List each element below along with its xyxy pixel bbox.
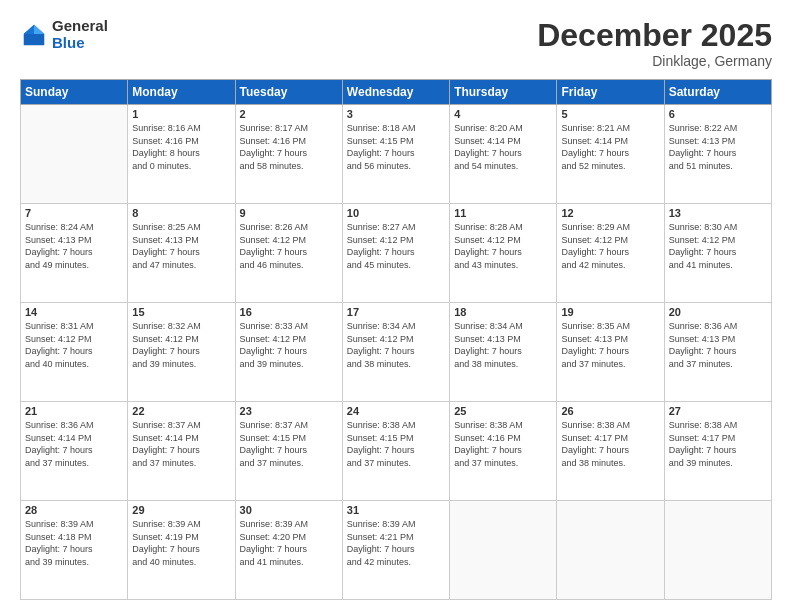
table-row	[557, 501, 664, 600]
day-info: Sunrise: 8:34 AM Sunset: 4:13 PM Dayligh…	[454, 320, 552, 370]
day-info: Sunrise: 8:28 AM Sunset: 4:12 PM Dayligh…	[454, 221, 552, 271]
table-row: 22Sunrise: 8:37 AM Sunset: 4:14 PM Dayli…	[128, 402, 235, 501]
day-info: Sunrise: 8:37 AM Sunset: 4:15 PM Dayligh…	[240, 419, 338, 469]
calendar-week-row: 7Sunrise: 8:24 AM Sunset: 4:13 PM Daylig…	[21, 204, 772, 303]
day-info: Sunrise: 8:36 AM Sunset: 4:13 PM Dayligh…	[669, 320, 767, 370]
table-row: 10Sunrise: 8:27 AM Sunset: 4:12 PM Dayli…	[342, 204, 449, 303]
logo-blue-text: Blue	[52, 35, 108, 52]
table-row: 8Sunrise: 8:25 AM Sunset: 4:13 PM Daylig…	[128, 204, 235, 303]
table-row: 30Sunrise: 8:39 AM Sunset: 4:20 PM Dayli…	[235, 501, 342, 600]
calendar-week-row: 14Sunrise: 8:31 AM Sunset: 4:12 PM Dayli…	[21, 303, 772, 402]
table-row: 23Sunrise: 8:37 AM Sunset: 4:15 PM Dayli…	[235, 402, 342, 501]
table-row: 18Sunrise: 8:34 AM Sunset: 4:13 PM Dayli…	[450, 303, 557, 402]
day-info: Sunrise: 8:17 AM Sunset: 4:16 PM Dayligh…	[240, 122, 338, 172]
table-row: 2Sunrise: 8:17 AM Sunset: 4:16 PM Daylig…	[235, 105, 342, 204]
table-row: 5Sunrise: 8:21 AM Sunset: 4:14 PM Daylig…	[557, 105, 664, 204]
calendar-table: Sunday Monday Tuesday Wednesday Thursday…	[20, 79, 772, 600]
table-row: 12Sunrise: 8:29 AM Sunset: 4:12 PM Dayli…	[557, 204, 664, 303]
table-row: 20Sunrise: 8:36 AM Sunset: 4:13 PM Dayli…	[664, 303, 771, 402]
day-number: 6	[669, 108, 767, 120]
day-number: 1	[132, 108, 230, 120]
table-row: 11Sunrise: 8:28 AM Sunset: 4:12 PM Dayli…	[450, 204, 557, 303]
svg-marker-2	[24, 24, 34, 33]
day-number: 24	[347, 405, 445, 417]
logo: General Blue	[20, 18, 108, 51]
day-number: 26	[561, 405, 659, 417]
day-number: 14	[25, 306, 123, 318]
day-number: 13	[669, 207, 767, 219]
day-number: 31	[347, 504, 445, 516]
day-number: 11	[454, 207, 552, 219]
day-number: 5	[561, 108, 659, 120]
day-info: Sunrise: 8:26 AM Sunset: 4:12 PM Dayligh…	[240, 221, 338, 271]
day-info: Sunrise: 8:38 AM Sunset: 4:17 PM Dayligh…	[669, 419, 767, 469]
day-number: 15	[132, 306, 230, 318]
day-info: Sunrise: 8:38 AM Sunset: 4:17 PM Dayligh…	[561, 419, 659, 469]
day-number: 22	[132, 405, 230, 417]
day-number: 21	[25, 405, 123, 417]
table-row: 3Sunrise: 8:18 AM Sunset: 4:15 PM Daylig…	[342, 105, 449, 204]
table-row: 17Sunrise: 8:34 AM Sunset: 4:12 PM Dayli…	[342, 303, 449, 402]
calendar-header-row: Sunday Monday Tuesday Wednesday Thursday…	[21, 80, 772, 105]
day-number: 8	[132, 207, 230, 219]
day-info: Sunrise: 8:38 AM Sunset: 4:15 PM Dayligh…	[347, 419, 445, 469]
day-info: Sunrise: 8:38 AM Sunset: 4:16 PM Dayligh…	[454, 419, 552, 469]
col-sunday: Sunday	[21, 80, 128, 105]
location-subtitle: Dinklage, Germany	[537, 53, 772, 69]
table-row: 6Sunrise: 8:22 AM Sunset: 4:13 PM Daylig…	[664, 105, 771, 204]
day-info: Sunrise: 8:39 AM Sunset: 4:19 PM Dayligh…	[132, 518, 230, 568]
day-info: Sunrise: 8:21 AM Sunset: 4:14 PM Dayligh…	[561, 122, 659, 172]
table-row: 9Sunrise: 8:26 AM Sunset: 4:12 PM Daylig…	[235, 204, 342, 303]
table-row: 29Sunrise: 8:39 AM Sunset: 4:19 PM Dayli…	[128, 501, 235, 600]
day-number: 30	[240, 504, 338, 516]
col-tuesday: Tuesday	[235, 80, 342, 105]
logo-general-text: General	[52, 18, 108, 35]
table-row: 7Sunrise: 8:24 AM Sunset: 4:13 PM Daylig…	[21, 204, 128, 303]
day-number: 18	[454, 306, 552, 318]
day-number: 3	[347, 108, 445, 120]
col-saturday: Saturday	[664, 80, 771, 105]
header: General Blue December 2025 Dinklage, Ger…	[20, 18, 772, 69]
day-number: 2	[240, 108, 338, 120]
day-info: Sunrise: 8:30 AM Sunset: 4:12 PM Dayligh…	[669, 221, 767, 271]
day-info: Sunrise: 8:25 AM Sunset: 4:13 PM Dayligh…	[132, 221, 230, 271]
table-row	[664, 501, 771, 600]
day-number: 16	[240, 306, 338, 318]
month-title: December 2025	[537, 18, 772, 53]
svg-marker-1	[34, 24, 44, 33]
day-number: 29	[132, 504, 230, 516]
table-row: 15Sunrise: 8:32 AM Sunset: 4:12 PM Dayli…	[128, 303, 235, 402]
table-row: 19Sunrise: 8:35 AM Sunset: 4:13 PM Dayli…	[557, 303, 664, 402]
day-info: Sunrise: 8:27 AM Sunset: 4:12 PM Dayligh…	[347, 221, 445, 271]
col-friday: Friday	[557, 80, 664, 105]
day-number: 25	[454, 405, 552, 417]
day-number: 28	[25, 504, 123, 516]
day-info: Sunrise: 8:35 AM Sunset: 4:13 PM Dayligh…	[561, 320, 659, 370]
table-row: 16Sunrise: 8:33 AM Sunset: 4:12 PM Dayli…	[235, 303, 342, 402]
page: General Blue December 2025 Dinklage, Ger…	[0, 0, 792, 612]
table-row: 31Sunrise: 8:39 AM Sunset: 4:21 PM Dayli…	[342, 501, 449, 600]
col-thursday: Thursday	[450, 80, 557, 105]
table-row: 28Sunrise: 8:39 AM Sunset: 4:18 PM Dayli…	[21, 501, 128, 600]
day-number: 20	[669, 306, 767, 318]
day-info: Sunrise: 8:32 AM Sunset: 4:12 PM Dayligh…	[132, 320, 230, 370]
day-number: 19	[561, 306, 659, 318]
day-number: 7	[25, 207, 123, 219]
day-info: Sunrise: 8:18 AM Sunset: 4:15 PM Dayligh…	[347, 122, 445, 172]
col-monday: Monday	[128, 80, 235, 105]
logo-text: General Blue	[52, 18, 108, 51]
table-row: 25Sunrise: 8:38 AM Sunset: 4:16 PM Dayli…	[450, 402, 557, 501]
day-number: 12	[561, 207, 659, 219]
table-row: 26Sunrise: 8:38 AM Sunset: 4:17 PM Dayli…	[557, 402, 664, 501]
day-info: Sunrise: 8:39 AM Sunset: 4:18 PM Dayligh…	[25, 518, 123, 568]
day-info: Sunrise: 8:22 AM Sunset: 4:13 PM Dayligh…	[669, 122, 767, 172]
day-number: 10	[347, 207, 445, 219]
day-info: Sunrise: 8:31 AM Sunset: 4:12 PM Dayligh…	[25, 320, 123, 370]
day-info: Sunrise: 8:33 AM Sunset: 4:12 PM Dayligh…	[240, 320, 338, 370]
table-row: 1Sunrise: 8:16 AM Sunset: 4:16 PM Daylig…	[128, 105, 235, 204]
table-row: 27Sunrise: 8:38 AM Sunset: 4:17 PM Dayli…	[664, 402, 771, 501]
day-number: 23	[240, 405, 338, 417]
day-info: Sunrise: 8:20 AM Sunset: 4:14 PM Dayligh…	[454, 122, 552, 172]
table-row	[21, 105, 128, 204]
day-info: Sunrise: 8:34 AM Sunset: 4:12 PM Dayligh…	[347, 320, 445, 370]
